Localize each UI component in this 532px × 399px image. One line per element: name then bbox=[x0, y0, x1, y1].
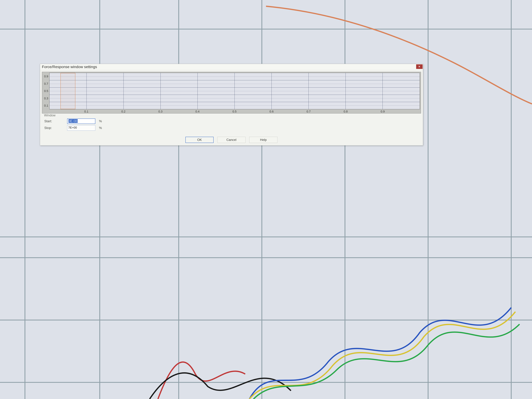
window-preview-plot[interactable]: 0.9 0.7 0.5 0.3 0.1 bbox=[42, 72, 421, 114]
start-input-value: 3E+00 bbox=[69, 119, 78, 123]
x-tick-label: 0.3 bbox=[158, 110, 163, 113]
close-icon: ✕ bbox=[418, 65, 420, 68]
cancel-button[interactable]: Cancel bbox=[217, 137, 246, 143]
x-tick-label: 0.8 bbox=[344, 110, 348, 113]
ok-button-label: OK bbox=[197, 138, 202, 142]
stop-input[interactable]: 7E+00 bbox=[67, 125, 95, 131]
ok-button[interactable]: OK bbox=[185, 137, 214, 143]
force-response-window-settings-dialog: Force/Response window settings ✕ 0.9 0.7… bbox=[40, 64, 423, 146]
stop-label: Stop: bbox=[44, 126, 67, 130]
x-tick-label: 0.5 bbox=[233, 110, 237, 113]
window-group: Window Start: 3E+00 % Stop: 7E+00 % bbox=[42, 115, 421, 133]
cancel-button-label: Cancel bbox=[227, 138, 236, 142]
stop-row: Stop: 7E+00 % bbox=[44, 125, 418, 131]
x-axis-ticks: 0.1 0.2 0.3 0.4 0.5 0.6 0.7 0.8 0.9 bbox=[49, 109, 420, 113]
help-button[interactable]: Help bbox=[249, 137, 277, 143]
x-tick-label: 0.4 bbox=[195, 110, 200, 113]
y-axis-ticks: 0.9 0.7 0.5 0.3 0.1 bbox=[42, 73, 49, 109]
y-tick-label: 0.9 bbox=[44, 75, 48, 78]
start-input[interactable]: 3E+00 bbox=[67, 119, 95, 124]
stop-unit: % bbox=[99, 126, 102, 130]
window-range-highlight bbox=[60, 73, 75, 109]
x-tick-label: 0.9 bbox=[381, 110, 385, 113]
dialog-titlebar: Force/Response window settings ✕ bbox=[40, 64, 423, 70]
group-label: Window bbox=[43, 114, 56, 117]
x-tick-label: 0.1 bbox=[84, 110, 89, 113]
x-tick-label: 0.6 bbox=[269, 110, 274, 113]
y-tick-label: 0.5 bbox=[44, 89, 48, 93]
dialog-buttons: OK Cancel Help bbox=[40, 135, 423, 145]
y-tick-label: 0.7 bbox=[44, 82, 48, 86]
plot-area bbox=[49, 73, 420, 109]
background-chart bbox=[0, 0, 532, 399]
x-tick-label: 0.2 bbox=[121, 110, 126, 113]
close-button[interactable]: ✕ bbox=[416, 64, 423, 69]
help-button-label: Help bbox=[260, 138, 266, 142]
start-row: Start: 3E+00 % bbox=[44, 119, 418, 124]
start-unit: % bbox=[99, 119, 102, 123]
stop-input-value: 7E+00 bbox=[68, 126, 77, 129]
dialog-title: Force/Response window settings bbox=[42, 65, 97, 69]
svg-rect-0 bbox=[0, 0, 532, 399]
y-tick-label: 0.1 bbox=[44, 104, 48, 108]
start-label: Start: bbox=[44, 119, 67, 123]
y-tick-label: 0.3 bbox=[44, 97, 48, 100]
x-tick-label: 0.7 bbox=[306, 110, 311, 113]
